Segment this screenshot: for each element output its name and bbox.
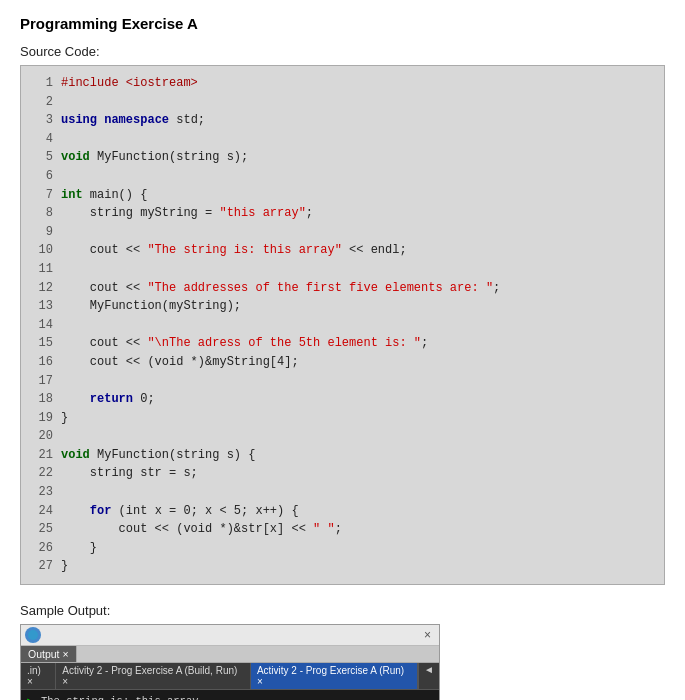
- code-text: string str = s;: [61, 464, 198, 483]
- code-text: cout << "The addresses of the first five…: [61, 279, 500, 298]
- code-line: 1#include <iostream>: [31, 74, 654, 93]
- code-text: }: [61, 557, 68, 576]
- line-number: 4: [31, 130, 53, 149]
- code-text: cout << (void *)&myString[4];: [61, 353, 299, 372]
- code-text: [61, 372, 68, 391]
- nav-arrow[interactable]: ◄: [418, 663, 439, 689]
- code-text: [61, 223, 68, 242]
- line-number: 27: [31, 557, 53, 576]
- line-number: 8: [31, 204, 53, 223]
- code-line: 22 string str = s;: [31, 464, 654, 483]
- code-line: 27}: [31, 557, 654, 576]
- line-number: 25: [31, 520, 53, 539]
- code-line: 2: [31, 93, 654, 112]
- code-text: [61, 260, 68, 279]
- code-text: #include <iostream>: [61, 74, 198, 93]
- line-number: 13: [31, 297, 53, 316]
- output-tab-bar: Output ×: [21, 646, 439, 663]
- line-number: 1: [31, 74, 53, 93]
- line-number: 18: [31, 390, 53, 409]
- line-number: 7: [31, 186, 53, 205]
- line-number: 11: [31, 260, 53, 279]
- code-line: 10 cout << "The string is: this array" <…: [31, 241, 654, 260]
- code-text: void MyFunction(string s);: [61, 148, 248, 167]
- code-text: int main() {: [61, 186, 147, 205]
- output-arrow: ►: [27, 694, 37, 700]
- code-line: 15 cout << "\nThe adress of the 5th elem…: [31, 334, 654, 353]
- code-text: using namespace std;: [61, 111, 205, 130]
- code-line: 16 cout << (void *)&myString[4];: [31, 353, 654, 372]
- line-number: 14: [31, 316, 53, 335]
- code-line: 18 return 0;: [31, 390, 654, 409]
- code-text: cout << "\nThe adress of the 5th element…: [61, 334, 428, 353]
- line-number: 5: [31, 148, 53, 167]
- line-number: 22: [31, 464, 53, 483]
- activity-tab-1[interactable]: Activity 2 - Prog Exercise A (Build, Run…: [56, 663, 251, 689]
- line-number: 6: [31, 167, 53, 186]
- activity-tab-2[interactable]: Activity 2 - Prog Exercise A (Run) ×: [251, 663, 418, 689]
- line-number: 2: [31, 93, 53, 112]
- code-line: 20: [31, 427, 654, 446]
- output-section: Sample Output: × Output × .in) ×Activity…: [20, 603, 665, 700]
- titlebar-left: [25, 627, 45, 643]
- code-text: [61, 483, 68, 502]
- line-number: 24: [31, 502, 53, 521]
- code-text: }: [61, 409, 68, 428]
- line-number: 15: [31, 334, 53, 353]
- line-number: 17: [31, 372, 53, 391]
- output-app-icon: [25, 627, 41, 643]
- code-line: 12 cout << "The addresses of the first f…: [31, 279, 654, 298]
- line-number: 9: [31, 223, 53, 242]
- code-text: cout << (void *)&str[x] << " ";: [61, 520, 342, 539]
- close-button[interactable]: ×: [420, 629, 435, 641]
- code-line: 11: [31, 260, 654, 279]
- output-body: ►The string is: this array►The addresses…: [21, 690, 439, 700]
- line-number: 16: [31, 353, 53, 372]
- line-number: 3: [31, 111, 53, 130]
- code-line: 7int main() {: [31, 186, 654, 205]
- line-number: 23: [31, 483, 53, 502]
- code-line: 5void MyFunction(string s);: [31, 148, 654, 167]
- line-number: 10: [31, 241, 53, 260]
- code-text: [61, 130, 68, 149]
- code-line: 14: [31, 316, 654, 335]
- code-line: 13 MyFunction(myString);: [31, 297, 654, 316]
- code-line: 21void MyFunction(string s) {: [31, 446, 654, 465]
- code-text: return 0;: [61, 390, 155, 409]
- svg-point-0: [28, 630, 38, 640]
- line-number: 21: [31, 446, 53, 465]
- code-text: MyFunction(myString);: [61, 297, 241, 316]
- code-line: 19}: [31, 409, 654, 428]
- code-text: [61, 427, 68, 446]
- code-line: 3using namespace std;: [31, 111, 654, 130]
- code-text: for (int x = 0; x < 5; x++) {: [61, 502, 299, 521]
- line-number: 19: [31, 409, 53, 428]
- code-line: 17: [31, 372, 654, 391]
- output-line: ►The string is: this array: [27, 694, 433, 700]
- page-title: Programming Exercise A: [20, 15, 665, 32]
- line-number: 20: [31, 427, 53, 446]
- output-tab[interactable]: Output ×: [21, 646, 77, 662]
- code-text: [61, 167, 68, 186]
- code-line: 24 for (int x = 0; x < 5; x++) {: [31, 502, 654, 521]
- code-line: 26 }: [31, 539, 654, 558]
- output-titlebar: ×: [21, 625, 439, 646]
- code-line: 25 cout << (void *)&str[x] << " ";: [31, 520, 654, 539]
- code-text: [61, 316, 68, 335]
- code-line: 23: [31, 483, 654, 502]
- code-text: string myString = "this array";: [61, 204, 313, 223]
- code-line: 6: [31, 167, 654, 186]
- activity-tab-0[interactable]: .in) ×: [21, 663, 56, 689]
- code-text: cout << "The string is: this array" << e…: [61, 241, 407, 260]
- activity-tab-bar: .in) ×Activity 2 - Prog Exercise A (Buil…: [21, 663, 439, 690]
- code-line: 9: [31, 223, 654, 242]
- code-text: [61, 93, 68, 112]
- line-number: 12: [31, 279, 53, 298]
- source-label: Source Code:: [20, 44, 665, 59]
- output-window: × Output × .in) ×Activity 2 - Prog Exerc…: [20, 624, 440, 700]
- line-number: 26: [31, 539, 53, 558]
- output-text: The string is: this array: [41, 694, 199, 700]
- code-text: }: [61, 539, 97, 558]
- code-line: 8 string myString = "this array";: [31, 204, 654, 223]
- code-text: void MyFunction(string s) {: [61, 446, 255, 465]
